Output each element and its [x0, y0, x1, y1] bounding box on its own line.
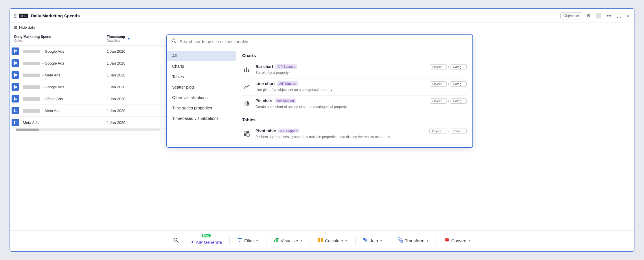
svg-rect-4 [14, 63, 17, 64]
pie-chart-info: Pie chart AIP Support Create a pie chart… [255, 98, 426, 109]
toolbar-calculate-button[interactable]: Calculate ▼ [313, 235, 353, 246]
nav-item-charts[interactable]: Charts [167, 61, 236, 72]
pie-chart-title: Pie chart [255, 98, 273, 103]
filter-icon[interactable]: ▼ [127, 36, 131, 41]
table-row: - Meta Ads 1 Jan 2020 [10, 69, 166, 81]
toolbar-join-button[interactable]: Join ▼ [358, 235, 388, 246]
toolbar-search-button[interactable] [168, 235, 184, 247]
line-chart-tag-0: Object... [430, 81, 447, 87]
svg-rect-43 [398, 238, 400, 240]
table-header: Daily Marketing Spend Object Timestamp D… [10, 32, 166, 45]
col-header-sub-name: Object [14, 39, 99, 42]
svg-rect-18 [14, 122, 17, 122]
nav-item-timebased[interactable]: Time-based visualizations [167, 113, 236, 124]
svg-rect-5 [14, 61, 15, 65]
calculate-icon [318, 237, 323, 244]
transform-label: Transform [405, 238, 424, 243]
close-icon[interactable]: × [625, 12, 630, 20]
line-chart-aip-badge: AIP Support [277, 81, 298, 86]
calculate-label: Calculate [325, 238, 343, 243]
card-item-pie-chart[interactable]: Pie chart AIP Support Create a pie chart… [242, 96, 467, 113]
window-title: Daily Marketing Spends [31, 13, 80, 18]
he-badge: $HE [19, 14, 28, 18]
row-icon-box [12, 107, 19, 114]
bar-chart-tags: Object... › Categ... [430, 64, 467, 69]
row-name: Meta Ads [21, 118, 103, 128]
svg-rect-7 [14, 75, 17, 76]
svg-line-32 [177, 241, 178, 242]
expand-icon[interactable]: ⛶ [616, 12, 623, 20]
svg-rect-44 [401, 240, 403, 242]
col-header-main-ts: Timestamp [107, 35, 125, 39]
svg-rect-19 [14, 123, 17, 123]
line-chart-title: Line chart [255, 81, 275, 86]
svg-rect-38 [318, 240, 320, 242]
object-set-button[interactable]: Object set [560, 12, 582, 19]
aip-generate-icon: ✦ [190, 239, 194, 245]
horizontal-scrollbar[interactable] [16, 129, 160, 131]
svg-rect-28 [247, 131, 249, 133]
svg-rect-1 [14, 52, 17, 52]
settings-icon[interactable]: ⚙ [585, 12, 592, 20]
card-item-line-chart[interactable]: Line chart AIP Support Line plot of an o… [242, 78, 467, 96]
bar-chart-icon [242, 65, 251, 74]
row-icon [10, 117, 21, 128]
row-icon [10, 57, 21, 69]
dropdown-body: All Charts Tables Scatter plots Other vi… [167, 48, 472, 147]
svg-rect-20 [14, 121, 15, 124]
convert-label: Convert [451, 238, 467, 243]
table-row: - Google Ads 1 Jan 2020 [10, 45, 166, 57]
svg-rect-9 [14, 86, 17, 87]
pivot-table-tag-0: Object... [429, 129, 446, 134]
toolbar-transform-button[interactable]: Transform ▼ [393, 235, 434, 246]
card-item-pivot-table[interactable]: Pivot table AIP Support Perform aggregat… [242, 126, 467, 142]
nav-item-scatter[interactable]: Scatter plots [167, 82, 236, 92]
visualize-chevron-icon: ▼ [300, 239, 303, 242]
toolbar-separator [355, 237, 356, 245]
search-input[interactable] [180, 39, 468, 44]
aip-generate-label: AIP Generate [196, 240, 222, 245]
line-chart-tag-1: Categ... [450, 81, 467, 87]
title-bar-right: Object set ⚙ ⬜ ••• ⛶ × [560, 12, 630, 20]
bar-chart-desc: Bar plot by a property [255, 71, 289, 75]
toolbar-aip-generate-button[interactable]: New ✦ AIP Generate [185, 234, 227, 247]
hide-data-button[interactable]: ⊟ Hide data [10, 23, 166, 32]
row-date: 1 Jan 2020 [103, 58, 166, 68]
svg-rect-33 [274, 240, 275, 242]
nav-item-all[interactable]: All [167, 51, 236, 61]
table-row: - Google Ads 1 Jan 2020 [10, 57, 166, 69]
table-row: Meta Ads 1 Jan 2020 [10, 117, 166, 129]
window-icon[interactable]: ⬜ [595, 12, 603, 20]
pivot-table-title-row: Pivot table AIP Support [255, 129, 425, 133]
row-name: - Google Ads [21, 82, 103, 92]
scrollbar-thumb[interactable] [16, 129, 39, 131]
toolbar-visualize-button[interactable]: Visualize ▼ [269, 235, 308, 246]
card-item-bar-chart[interactable]: Bar chart AIP Support Bar plot by a prop… [242, 61, 467, 78]
row-icon [10, 45, 21, 57]
join-label: Join [370, 238, 378, 243]
row-date: 1 Jan 2020 [103, 118, 166, 128]
card-picker-dropdown: All Charts Tables Scatter plots Other vi… [166, 34, 473, 148]
row-icon [10, 81, 21, 93]
transform-icon [398, 237, 403, 244]
svg-rect-0 [14, 50, 17, 51]
line-chart-title-row: Line chart AIP Support [255, 81, 426, 86]
svg-rect-24 [246, 67, 247, 72]
nav-item-timeseries[interactable]: Time series properties [167, 103, 236, 113]
line-chart-tags: Object... › Categ... [430, 81, 467, 87]
toolbar-filter-button[interactable]: Filter ▼ [232, 235, 264, 246]
pivot-table-tags: Object... › Pivot t... [429, 129, 467, 134]
nav-item-other-viz[interactable]: Other visualizations [167, 92, 236, 103]
line-chart-desc: Line plot of an object set on a categori… [255, 88, 332, 92]
toolbar-convert-button[interactable]: Convert ▼ [439, 235, 476, 246]
more-options-icon[interactable]: ••• [606, 12, 613, 20]
svg-rect-25 [248, 69, 249, 72]
table-row: - Offline Ads 1 Jan 2020 [10, 93, 166, 105]
row-icon-box [12, 95, 19, 102]
pie-chart-title-row: Pie chart AIP Support [255, 98, 426, 103]
pie-chart-tag-0: Object... [430, 98, 447, 104]
table-row: - Meta Ads 1 Jan 2020 [10, 105, 166, 117]
toolbar-separator [390, 237, 390, 245]
pivot-table-tag-1: Pivot t... [450, 129, 467, 134]
nav-item-tables[interactable]: Tables [167, 72, 236, 82]
